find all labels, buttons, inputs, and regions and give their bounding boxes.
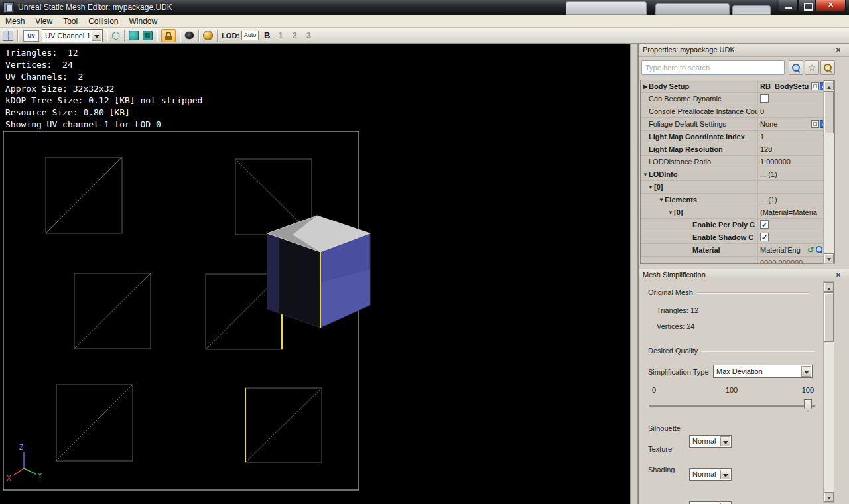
- property-row-enable-per-poly[interactable]: Enable Per Poly C ✓: [641, 219, 834, 231]
- wireframe-view-button[interactable]: ⬡: [111, 30, 120, 42]
- texture-dropdown[interactable]: Normal: [689, 468, 732, 481]
- property-row-clipped[interactable]: 0000.000000: [641, 257, 834, 263]
- scroll-down-button[interactable]: [824, 253, 834, 263]
- property-value[interactable]: 1.000000: [760, 158, 791, 166]
- menu-window[interactable]: Window: [124, 15, 163, 28]
- show-in-browser-button[interactable]: [811, 120, 819, 128]
- menu-mesh[interactable]: Mesh: [0, 15, 30, 28]
- property-row-lightmap-resolution[interactable]: Light Map Resolution 128: [641, 143, 834, 156]
- quality-slider-thumb[interactable]: [804, 399, 812, 412]
- menu-view[interactable]: View: [30, 15, 58, 28]
- expand-down-icon[interactable]: ▼: [667, 210, 674, 216]
- simplification-type-label: Simplification Type: [648, 368, 709, 376]
- favorites-button[interactable]: ☆: [805, 60, 819, 75]
- property-row-foliage-defaults[interactable]: Foliage Default Settings None ✓: [641, 118, 834, 131]
- chevron-down-icon[interactable]: [720, 470, 730, 479]
- property-row-can-become-dynamic[interactable]: Can Become Dynamic: [641, 93, 834, 105]
- menu-tool[interactable]: Tool: [58, 15, 83, 28]
- property-row-lod-distance-ratio[interactable]: LODDistance Ratio 1.000000: [641, 156, 834, 168]
- app-icon: [3, 2, 14, 13]
- property-label: Body Setup: [649, 82, 689, 90]
- close-button[interactable]: ✕: [816, 0, 846, 11]
- uv-channel-dropdown[interactable]: UV Channel 1: [42, 29, 103, 42]
- panel-splitter[interactable]: [630, 44, 638, 504]
- scroll-thumb[interactable]: [824, 292, 834, 342]
- silhouette-dropdown[interactable]: Normal: [689, 435, 732, 448]
- property-row-lightmap-coord-index[interactable]: Light Map Coordinate Index 1: [641, 131, 834, 143]
- property-label: Foliage Default Settings: [649, 120, 726, 128]
- silhouette-label: Silhouette: [648, 424, 681, 432]
- property-value[interactable]: 1: [760, 133, 764, 141]
- simplification-close-icon[interactable]: ✕: [834, 271, 843, 280]
- use-current-icon[interactable]: ↺: [807, 246, 814, 254]
- lod-3-button[interactable]: 3: [306, 31, 311, 40]
- titlebar[interactable]: Unreal Static Mesh Editor: mypackage.UDK…: [0, 0, 849, 15]
- star-icon: ☆: [808, 63, 816, 72]
- shading-dropdown[interactable]: Normal: [689, 501, 732, 504]
- viewport-layout-button[interactable]: [3, 31, 13, 41]
- expand-down-icon[interactable]: ▼: [647, 184, 654, 190]
- scroll-down-button[interactable]: [824, 492, 834, 502]
- search-options-icon: [824, 64, 832, 72]
- lod-1-button[interactable]: 1: [278, 31, 283, 40]
- property-row-console-preallocate[interactable]: Console Preallocate Instance Cou 0: [641, 105, 834, 118]
- simplification-type-dropdown[interactable]: Max Deviation: [713, 365, 813, 378]
- maximize-button[interactable]: [798, 0, 816, 11]
- scroll-thumb[interactable]: [824, 91, 834, 133]
- advanced-search-button[interactable]: [820, 60, 835, 75]
- expand-right-icon[interactable]: ▶: [642, 84, 649, 90]
- find-in-browser-icon[interactable]: [816, 246, 823, 253]
- property-search-input[interactable]: [641, 60, 785, 75]
- property-row-lodinfo-0[interactable]: ▼[0]: [641, 181, 834, 194]
- show-in-browser-button[interactable]: [811, 82, 819, 90]
- lod-2-button[interactable]: 2: [293, 31, 297, 40]
- properties-panel: Properties: mypackage.UDK ✕ ☆ ▶Body Setu…: [638, 44, 849, 269]
- solid-view-button[interactable]: [129, 31, 143, 40]
- property-label: Light Map Resolution: [649, 145, 723, 153]
- textured-view-button[interactable]: [143, 31, 153, 40]
- property-row-element-0[interactable]: ▼[0] (Material=Materia: [641, 206, 834, 219]
- axis-y-label: Y: [38, 472, 42, 479]
- quality-slider-track[interactable]: [649, 405, 815, 407]
- property-row-elements[interactable]: ▼Elements ... (1): [641, 194, 834, 206]
- scroll-up-button[interactable]: [824, 282, 834, 292]
- preview-cube[interactable]: [267, 216, 370, 328]
- chevron-down-icon[interactable]: [92, 31, 101, 41]
- property-search-row: ☆: [639, 58, 849, 77]
- original-mesh-group-label: Original Mesh: [648, 288, 693, 296]
- property-row-body-setup[interactable]: ▶Body Setup RB_BodySetu ✓: [641, 80, 834, 93]
- close-icon: ✕: [816, 1, 845, 9]
- properties-scrollbar[interactable]: [823, 80, 834, 264]
- search-button[interactable]: [789, 60, 803, 75]
- checkbox-checked[interactable]: ✓: [760, 233, 769, 241]
- property-row-lodinfo[interactable]: ▼LODInfo ... (1): [641, 168, 834, 181]
- checkbox-checked[interactable]: ✓: [760, 220, 769, 229]
- uv-overlay-toggle-button[interactable]: uv: [23, 30, 39, 42]
- scale-min-label: 0: [652, 386, 656, 394]
- properties-close-icon[interactable]: ✕: [834, 46, 843, 55]
- chevron-down-icon[interactable]: [720, 436, 730, 446]
- expand-down-icon[interactable]: ▼: [642, 172, 649, 178]
- minimize-button[interactable]: [779, 0, 798, 11]
- lock-camera-button[interactable]: [161, 29, 176, 42]
- property-row-material[interactable]: Material Material'Eng ↺: [641, 244, 834, 257]
- property-value[interactable]: 0: [760, 107, 764, 115]
- simplification-scrollbar[interactable]: [823, 281, 834, 503]
- property-row-enable-shadow[interactable]: Enable Shadow C ✓: [641, 231, 834, 244]
- menu-collision[interactable]: Collision: [83, 15, 123, 28]
- show-materials-button[interactable]: [203, 31, 213, 40]
- property-value: ... (1): [760, 170, 777, 178]
- background-window-fragment: [566, 1, 647, 15]
- checkbox[interactable]: [760, 94, 769, 103]
- chevron-down-icon[interactable]: [801, 366, 811, 377]
- lod-bias-button[interactable]: B: [264, 31, 270, 40]
- uv-layout-svg: Z X Y: [0, 44, 630, 504]
- uv-viewport[interactable]: Triangles: 12 Vertices: 24 UV Channels: …: [0, 44, 630, 504]
- scroll-up-button[interactable]: [824, 80, 834, 90]
- expand-down-icon[interactable]: ▼: [658, 197, 665, 203]
- realtime-preview-button[interactable]: [184, 31, 194, 40]
- property-value[interactable]: 128: [760, 145, 772, 153]
- lod-auto-button[interactable]: Auto: [241, 31, 259, 40]
- axis-z-label: Z: [19, 444, 23, 451]
- toolbar: uv UV Channel 1 ⬡ LOD: Auto B 1 2 3: [0, 28, 849, 44]
